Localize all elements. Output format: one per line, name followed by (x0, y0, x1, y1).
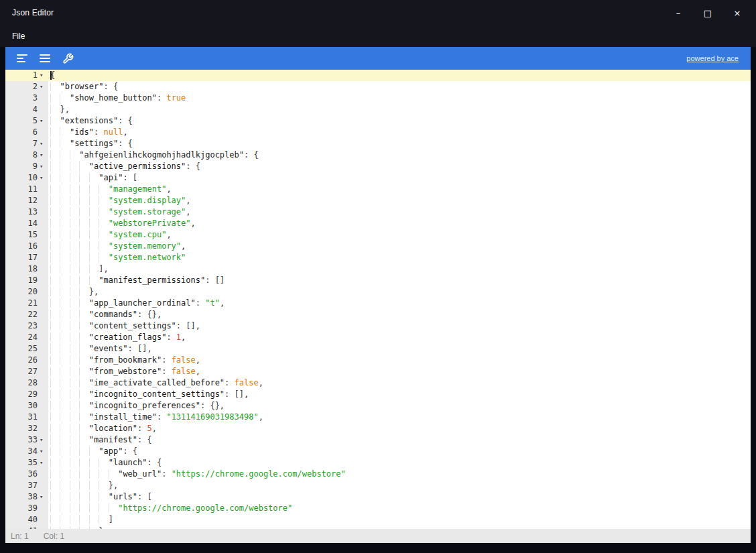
code-line[interactable]: "extensions": { (48, 115, 751, 127)
code-line[interactable]: "urls": [ (48, 491, 751, 503)
gutter-cell[interactable]: 40 (5, 514, 48, 526)
gutter-cell[interactable]: 15 (5, 229, 48, 241)
code-line[interactable]: }, (48, 286, 751, 298)
code-line[interactable]: "system.cpu", (48, 229, 751, 241)
code-line[interactable]: "system.storage", (48, 206, 751, 218)
gutter-cell[interactable]: 5▾ (5, 115, 48, 127)
gutter-cell[interactable]: 29 (5, 389, 48, 400)
code-line[interactable]: "manifest": { (48, 434, 751, 446)
fold-arrow-icon[interactable]: ▾ (40, 70, 48, 81)
code-line[interactable]: "incognito_content_settings": [], (48, 389, 751, 400)
gutter-cell[interactable]: 7▾ (5, 138, 48, 149)
beautify-button[interactable] (36, 50, 54, 67)
fold-arrow-icon[interactable]: ▾ (40, 172, 48, 184)
code-line[interactable]: "browser": { (48, 81, 751, 93)
code-line[interactable]: "active_permissions": { (48, 161, 751, 172)
gutter-cell[interactable]: 31 (5, 412, 48, 423)
code-line[interactable]: "ime_activate_called_before": false, (48, 377, 751, 389)
gutter-cell[interactable]: 2▾ (5, 81, 48, 93)
code-line[interactable]: }, (48, 480, 751, 491)
gutter-cell[interactable]: 11 (5, 184, 48, 195)
gutter-cell[interactable]: 35▾ (5, 457, 48, 469)
gutter-cell[interactable]: 21 (5, 298, 48, 309)
gutter-cell[interactable]: 39 (5, 503, 48, 514)
code-line[interactable]: "app_launcher_ordinal": "t", (48, 298, 751, 309)
gutter-cell[interactable]: 23 (5, 320, 48, 332)
code-line[interactable]: "location": 5, (48, 423, 751, 434)
gutter-cell[interactable]: 22 (5, 309, 48, 320)
gutter-cell[interactable]: 24 (5, 332, 48, 343)
json-editor[interactable]: 1▾2▾345▾67▾8▾9▾10▾1112131415161718192021… (5, 70, 751, 529)
gutter-cell[interactable]: 1▾ (5, 70, 48, 81)
code-line[interactable]: "https://chrome.google.com/webstore" (48, 503, 751, 514)
code-line[interactable]: "api": [ (48, 172, 751, 184)
gutter-cell[interactable]: 25 (5, 343, 48, 355)
gutter-cell[interactable]: 16 (5, 241, 48, 252)
code-line[interactable]: "app": { (48, 446, 751, 457)
gutter-cell[interactable]: 37 (5, 480, 48, 491)
gutter-cell[interactable]: 30 (5, 400, 48, 412)
code-line[interactable]: "ahfgeienlihckogmohjhadlkjgocpleb": { (48, 149, 751, 161)
code-line[interactable]: "creation_flags": 1, (48, 332, 751, 343)
gutter-cell[interactable]: 4 (5, 104, 48, 115)
close-button[interactable]: × (722, 2, 752, 23)
fold-arrow-icon[interactable]: ▾ (40, 457, 48, 469)
code-line[interactable]: "commands": {}, (48, 309, 751, 320)
code-line[interactable]: "launch": { (48, 457, 751, 469)
gutter-cell[interactable]: 36 (5, 469, 48, 480)
powered-by-ace-link[interactable]: powered by ace (686, 54, 743, 62)
menu-item-file[interactable]: File (0, 32, 37, 41)
code-line[interactable]: "system.memory", (48, 241, 751, 252)
code-line[interactable]: "settings": { (48, 138, 751, 149)
gutter-cell[interactable]: 32 (5, 423, 48, 434)
code-line[interactable]: "content_settings": [], (48, 320, 751, 332)
code-line[interactable]: "manifest_permissions": [] (48, 275, 751, 286)
minimize-button[interactable]: – (664, 2, 693, 23)
gutter-cell[interactable]: 19 (5, 275, 48, 286)
gutter-cell[interactable]: 18 (5, 263, 48, 275)
code-line[interactable]: "management", (48, 184, 751, 195)
gutter-cell[interactable]: 33▾ (5, 434, 48, 446)
code-line[interactable]: }, (48, 104, 751, 115)
code-line[interactable]: "incognito_preferences": {}, (48, 400, 751, 412)
code-line[interactable]: "webstorePrivate", (48, 218, 751, 229)
gutter-cell[interactable]: 6 (5, 127, 48, 138)
gutter-cell[interactable]: 13 (5, 206, 48, 218)
fold-arrow-icon[interactable]: ▾ (40, 161, 48, 172)
fold-arrow-icon[interactable]: ▾ (40, 81, 48, 93)
gutter-cell[interactable]: 34▾ (5, 446, 48, 457)
code-line[interactable]: "web_url": "https://chrome.google.com/we… (48, 469, 751, 480)
fold-arrow-icon[interactable]: ▾ (40, 138, 48, 149)
fold-arrow-icon[interactable]: ▾ (40, 434, 48, 446)
code-line[interactable]: "system.display", (48, 195, 751, 206)
gutter-cell[interactable]: 17 (5, 252, 48, 263)
gutter-cell[interactable]: 20 (5, 286, 48, 298)
minify-button[interactable] (13, 50, 31, 67)
code-line[interactable]: "from_bookmark": false, (48, 355, 751, 366)
fold-arrow-icon[interactable]: ▾ (40, 446, 48, 457)
gutter-cell[interactable]: 38▾ (5, 491, 48, 503)
maximize-button[interactable]: □ (693, 2, 722, 23)
code-line[interactable]: { (48, 70, 751, 81)
code-line[interactable]: "show_home_button": true (48, 93, 751, 104)
code-line[interactable]: "install_time": "13114169031983498", (48, 412, 751, 423)
repair-button[interactable] (59, 50, 76, 67)
code-line[interactable]: "from_webstore": false, (48, 366, 751, 377)
gutter-cell[interactable]: 26 (5, 355, 48, 366)
gutter-cell[interactable]: 12 (5, 195, 48, 206)
code-line[interactable]: ], (48, 263, 751, 275)
gutter-cell[interactable]: 3 (5, 93, 48, 104)
fold-arrow-icon[interactable]: ▾ (40, 149, 48, 161)
code-line[interactable]: "system.network" (48, 252, 751, 263)
gutter-cell[interactable]: 14 (5, 218, 48, 229)
fold-arrow-icon[interactable]: ▾ (40, 115, 48, 127)
gutter-cell[interactable]: 9▾ (5, 161, 48, 172)
gutter-cell[interactable]: 10▾ (5, 172, 48, 184)
code-line[interactable]: "ids": null, (48, 127, 751, 138)
code-line[interactable]: } (48, 526, 751, 529)
gutter-cell[interactable]: 27 (5, 366, 48, 377)
code-line[interactable]: ] (48, 514, 751, 526)
gutter-cell[interactable]: 8▾ (5, 149, 48, 161)
code-line[interactable]: "events": [], (48, 343, 751, 355)
fold-arrow-icon[interactable]: ▾ (40, 491, 48, 503)
